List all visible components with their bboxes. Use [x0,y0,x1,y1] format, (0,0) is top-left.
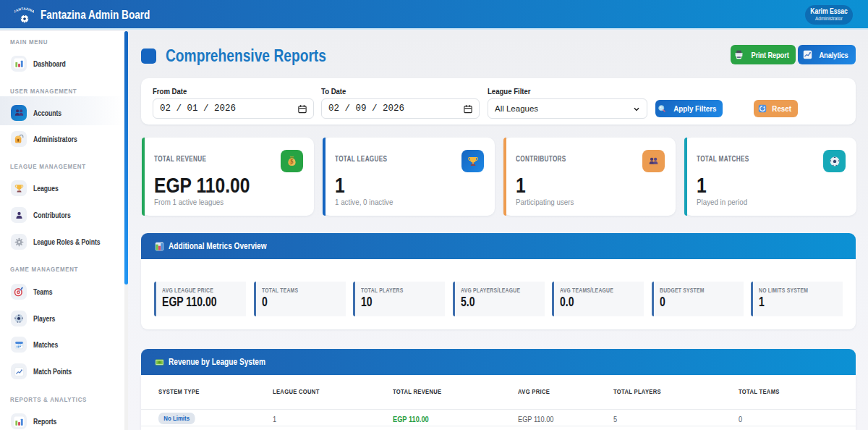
svg-text:$: $ [291,159,294,165]
svg-text:FANTAZINA: FANTAZINA [14,7,34,13]
